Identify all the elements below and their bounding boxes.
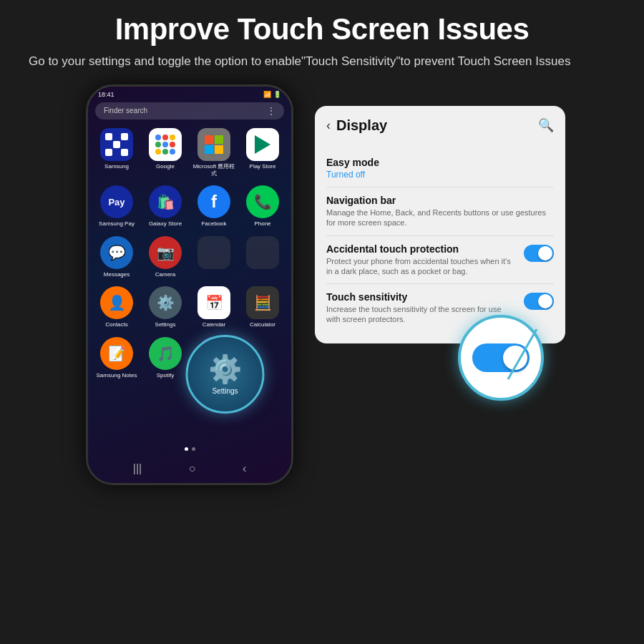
dot-inactive bbox=[192, 447, 195, 451]
snotes-label: Samsung Notes bbox=[97, 372, 137, 379]
calculator-label: Calculator bbox=[250, 321, 275, 328]
accidental-touch-toggle[interactable] bbox=[524, 245, 554, 262]
nav-bar-name: Navigation bar bbox=[326, 195, 547, 206]
galaxystore-icon: 🛍️ bbox=[149, 185, 182, 218]
panel-header: ‹ Display 🔍 bbox=[326, 117, 554, 140]
accidental-touch-desc: Protect your phone from accidental touch… bbox=[326, 256, 517, 277]
app-spotify[interactable]: 🎵 Spotify bbox=[142, 334, 188, 382]
app-microsoft[interactable]: Microsoft 應用程式 bbox=[191, 125, 237, 180]
touch-sensitivity-name: Touch sensitivity bbox=[326, 291, 517, 303]
camera-label: Camera bbox=[155, 271, 175, 278]
playstore-label: Play Store bbox=[250, 163, 276, 170]
svg-line-0 bbox=[508, 329, 537, 379]
app-calculator[interactable]: 🧮 Calculator bbox=[240, 283, 286, 331]
spotify-icon: 🎵 bbox=[149, 337, 182, 370]
settings-magnified-label: Settings bbox=[212, 387, 238, 395]
app-playstore[interactable]: Play Store bbox=[240, 125, 286, 180]
touch-sensitivity-toggle[interactable] bbox=[524, 293, 554, 310]
placeholder1-icon bbox=[197, 236, 230, 269]
messages-label: Messages bbox=[104, 271, 130, 278]
phone-icon: 📞 bbox=[246, 185, 279, 218]
app-phone[interactable]: 📞 Phone bbox=[240, 182, 286, 230]
panel-search-icon[interactable]: 🔍 bbox=[538, 117, 554, 133]
accidental-touch-name: Accidental touch protection bbox=[326, 243, 517, 255]
app-settings[interactable]: ⚙️ Settings bbox=[142, 283, 188, 331]
main-title: Improve Touch Screen Issues bbox=[21, 13, 623, 46]
camera-icon: 📷 bbox=[149, 236, 182, 269]
app-samsungpay[interactable]: Pay Samsung Pay bbox=[94, 182, 140, 230]
app-samsung[interactable]: Samsung bbox=[94, 125, 140, 180]
page-wrapper: Improve Touch Screen Issues Go to your s… bbox=[0, 0, 644, 644]
samsungpay-label: Samsung Pay bbox=[99, 220, 135, 228]
app-placeholder2 bbox=[240, 233, 286, 281]
pointer-svg bbox=[465, 329, 551, 386]
easy-mode-info: Easy mode Turned off bbox=[326, 157, 554, 180]
status-time: 18:41 bbox=[98, 91, 114, 98]
microsoft-icon bbox=[197, 128, 230, 161]
contacts-icon: 👤 bbox=[100, 286, 133, 319]
samsungpay-icon: Pay bbox=[100, 185, 133, 218]
finder-search-bar[interactable]: Finder search ⋮ bbox=[95, 102, 284, 119]
settings-magnified-circle: ⚙️ Settings bbox=[186, 335, 265, 414]
status-bar: 18:41 📶 🔋 bbox=[88, 87, 291, 101]
facebook-icon: f bbox=[197, 185, 230, 218]
playstore-icon bbox=[246, 128, 279, 161]
spotify-label: Spotify bbox=[157, 372, 174, 379]
toggle-thumb bbox=[538, 246, 552, 260]
phone-wrapper: 18:41 📶 🔋 Finder search ⋮ bbox=[79, 84, 301, 485]
phone-label: Phone bbox=[254, 220, 270, 228]
samsung-label: Samsung bbox=[104, 163, 129, 170]
subtitle: Go to your settings and toggle the optio… bbox=[21, 53, 623, 70]
setting-nav-bar[interactable]: Navigation bar Manage the Home, Back, an… bbox=[326, 187, 554, 236]
app-camera[interactable]: 📷 Camera bbox=[142, 233, 188, 281]
google-label: Google bbox=[156, 163, 175, 170]
gear-icon: ⚙️ bbox=[208, 353, 242, 385]
panel-title: Display bbox=[336, 117, 387, 134]
app-galaxystore[interactable]: 🛍️ Galaxy Store bbox=[142, 182, 188, 230]
setting-accidental-touch[interactable]: Accidental touch protection Protect your… bbox=[326, 236, 554, 285]
content-area: 18:41 📶 🔋 Finder search ⋮ bbox=[0, 84, 644, 485]
dots-indicator bbox=[88, 447, 291, 451]
setting-easy-mode[interactable]: Easy mode Turned off bbox=[326, 150, 554, 187]
app-google[interactable]: Google bbox=[142, 125, 188, 180]
easy-mode-value: Turned off bbox=[326, 170, 547, 180]
calendar-icon: 📅 bbox=[197, 286, 230, 319]
header: Improve Touch Screen Issues Go to your s… bbox=[0, 0, 644, 77]
app-messages[interactable]: 💬 Messages bbox=[94, 233, 140, 281]
apps-grid: Samsung Google bbox=[88, 125, 291, 382]
settings-label: Settings bbox=[155, 321, 176, 328]
nav-bar-info: Navigation bar Manage the Home, Back, an… bbox=[326, 195, 554, 228]
messages-icon: 💬 bbox=[100, 236, 133, 269]
snotes-icon: 📝 bbox=[100, 337, 133, 370]
app-contacts[interactable]: 👤 Contacts bbox=[94, 283, 140, 331]
panel-back: ‹ Display bbox=[326, 117, 387, 134]
display-panel: ‹ Display 🔍 Easy mode Turned off bbox=[315, 106, 565, 343]
microsoft-label: Microsoft 應用程式 bbox=[192, 163, 235, 177]
settings-icon: ⚙️ bbox=[149, 286, 182, 319]
phone-frame: 18:41 📶 🔋 Finder search ⋮ bbox=[86, 84, 293, 485]
dot-active bbox=[185, 447, 188, 451]
app-calendar[interactable]: 📅 Calendar bbox=[191, 283, 237, 331]
touch-sensitivity-toggle-thumb bbox=[538, 294, 552, 308]
calculator-icon: 🧮 bbox=[246, 286, 279, 319]
galaxystore-label: Galaxy Store bbox=[149, 220, 182, 228]
calendar-label: Calendar bbox=[203, 321, 225, 328]
nav-back[interactable]: ||| bbox=[133, 462, 142, 475]
samsung-icon bbox=[100, 128, 133, 161]
bottom-nav: ||| ○ ‹ bbox=[88, 454, 291, 483]
accidental-touch-info: Accidental touch protection Protect your… bbox=[326, 243, 524, 277]
back-arrow-icon[interactable]: ‹ bbox=[326, 118, 331, 133]
app-facebook[interactable]: f Facebook bbox=[191, 182, 237, 230]
panel-container: ‹ Display 🔍 Easy mode Turned off bbox=[315, 92, 565, 343]
status-icons: 📶 🔋 bbox=[263, 91, 281, 98]
phone-screen: 18:41 📶 🔋 Finder search ⋮ bbox=[88, 87, 291, 483]
placeholder2-icon bbox=[246, 236, 279, 269]
more-icon: ⋮ bbox=[267, 106, 275, 116]
nav-recent[interactable]: ‹ bbox=[243, 462, 246, 475]
nav-home[interactable]: ○ bbox=[189, 462, 196, 475]
app-placeholder1 bbox=[191, 233, 237, 281]
app-snotes[interactable]: 📝 Samsung Notes bbox=[94, 334, 140, 382]
facebook-label: Facebook bbox=[201, 220, 226, 228]
nav-bar-desc: Manage the Home, Back, and Recents butto… bbox=[326, 208, 547, 228]
easy-mode-name: Easy mode bbox=[326, 157, 547, 168]
